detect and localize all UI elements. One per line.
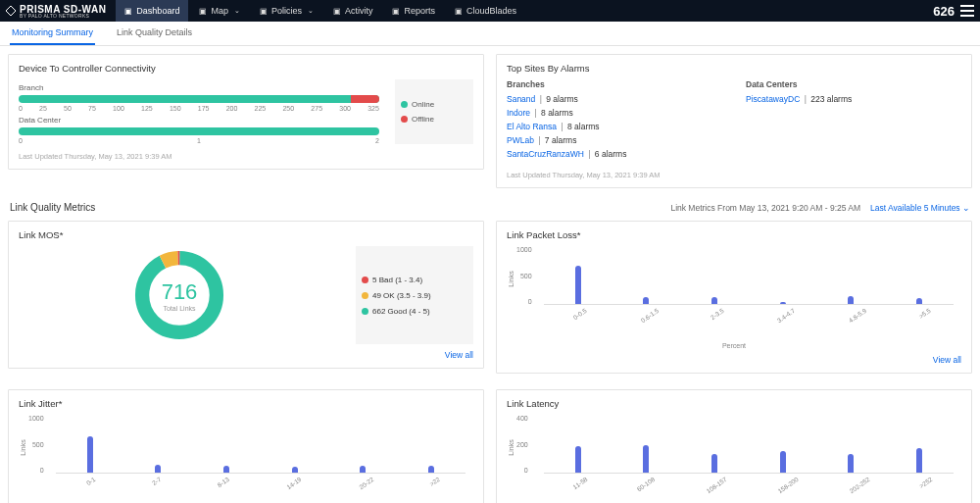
- nav-item-label: Policies: [271, 6, 302, 16]
- connectivity-bar: [19, 127, 379, 135]
- connectivity-bar: [19, 95, 379, 103]
- panel-packet-loss: Link Packet Loss* Links100050000-0.50.6-…: [496, 221, 972, 374]
- jitter-chart: Links100050000-12-78-1314-1920-22>22: [19, 415, 473, 493]
- top-sites-last-updated: Last Updated Thursday, May 13, 2021 9:39…: [507, 171, 961, 179]
- nav-item-label: Reports: [404, 6, 435, 16]
- nav-item-activity[interactable]: ▣Activity: [324, 0, 382, 22]
- subtab-monitoring-summary[interactable]: Monitoring Summary: [10, 22, 95, 45]
- top-nav-right: 626: [933, 4, 974, 19]
- bar: [575, 266, 581, 304]
- panel-packet-loss-title: Link Packet Loss*: [507, 229, 961, 240]
- header-count: 626: [933, 4, 955, 19]
- bar: [87, 436, 93, 473]
- reports-icon: ▣: [392, 7, 400, 16]
- connectivity-row-label: Branch: [19, 83, 379, 92]
- dashboard-icon: ▣: [124, 7, 132, 16]
- chevron-down-icon: ⌄: [234, 7, 240, 15]
- mos-legend-item: 5 Bad (1 - 3.4): [362, 276, 467, 284]
- branches-heading: Branches: [507, 79, 722, 89]
- connectivity-ticks: 0255075100125150175200225250275300325: [19, 105, 379, 112]
- map-icon: ▣: [199, 7, 207, 16]
- bar: [643, 297, 649, 304]
- alarm-site-link[interactable]: El Alto Ransa: [507, 122, 557, 131]
- panel-link-latency-title: Link Latency: [507, 398, 961, 409]
- alarm-count: 223 alarms: [810, 94, 852, 104]
- mos-legend-item: 662 Good (4 - 5): [362, 307, 467, 316]
- chevron-down-icon: ⌄: [962, 203, 970, 213]
- alarm-site-link[interactable]: PWLab: [507, 135, 534, 145]
- nav-item-label: CloudBlades: [466, 6, 516, 16]
- legend-dot-icon: [362, 292, 368, 299]
- nav-item-cloudblades[interactable]: ▣CloudBlades: [446, 0, 525, 22]
- bar: [360, 466, 366, 473]
- bars: [544, 415, 954, 474]
- subtab-link-quality-details[interactable]: Link Quality Details: [115, 22, 194, 45]
- mos-legend-label: 5 Bad (1 - 3.4): [372, 276, 422, 284]
- offline-dot-icon: [401, 116, 408, 123]
- separator: |: [802, 94, 808, 104]
- separator: |: [536, 135, 543, 145]
- alarm-row: Sanand | 9 alarms: [507, 94, 722, 104]
- link-quality-freshness[interactable]: Last Available 5 Minutes ⌄: [870, 203, 970, 213]
- subtabs: Monitoring SummaryLink Quality Details: [0, 22, 980, 46]
- separator: |: [537, 94, 544, 104]
- bars: [544, 246, 954, 305]
- bar: [711, 297, 717, 304]
- nav-item-map[interactable]: ▣Map⌄: [190, 0, 249, 22]
- alarm-row: PWLab | 7 alarms: [507, 135, 722, 145]
- datacenters-heading: Data Centers: [746, 79, 961, 89]
- alarm-site-link[interactable]: Indore: [507, 108, 530, 118]
- alarm-count: 8 alarms: [541, 108, 573, 118]
- legend-dot-icon: [362, 308, 368, 315]
- packet-loss-xlabel: Percent: [507, 342, 961, 349]
- alarm-count: 6 alarms: [595, 149, 627, 159]
- bar: [848, 454, 854, 474]
- mos-view-all-link[interactable]: View all: [19, 350, 473, 360]
- bar: [848, 296, 854, 304]
- nav-item-dashboard[interactable]: ▣Dashboard: [116, 0, 188, 22]
- brand[interactable]: PRISMA SD-WAN BY PALO ALTO NETWORKS: [6, 3, 114, 19]
- alarm-row: Indore | 8 alarms: [507, 108, 722, 118]
- alarm-site-link[interactable]: Sanand: [507, 94, 535, 104]
- panel-link-jitter-title: Link Jitter*: [19, 398, 473, 409]
- legend-offline: Offline: [412, 115, 434, 124]
- bar: [780, 302, 786, 304]
- alarm-row: El Alto Ransa | 8 alarms: [507, 122, 722, 131]
- packet-loss-view-all-link[interactable]: View all: [507, 355, 961, 365]
- alarm-row: PiscatawayDC | 223 alarms: [746, 94, 961, 104]
- bar: [916, 298, 922, 304]
- mos-legend-label: 662 Good (4 - 5): [372, 307, 430, 316]
- latency-chart: Links400200011-5860-108108-157158-200202…: [507, 415, 961, 493]
- top-nav: PRISMA SD-WAN BY PALO ALTO NETWORKS ▣Das…: [0, 0, 980, 22]
- panel-top-sites: Top Sites By Alarms Branches Sanand | 9 …: [496, 54, 972, 188]
- alarm-count: 9 alarms: [546, 94, 578, 104]
- menu-icon[interactable]: [960, 5, 974, 17]
- panel-connectivity-title: Device To Controller Connectivity: [19, 63, 473, 74]
- nav-item-policies[interactable]: ▣Policies⌄: [251, 0, 322, 22]
- alarm-site-link[interactable]: SantaCruzRanzaWH: [507, 149, 584, 159]
- packet-loss-chart: Links100050000-0.50.6-1.52-3.53.4-4.74.8…: [507, 246, 961, 325]
- alarm-count: 8 alarms: [567, 122, 600, 131]
- panel-link-jitter: Link Jitter* Links100050000-12-78-1314-1…: [8, 389, 484, 503]
- nav-item-label: Dashboard: [136, 6, 179, 16]
- panel-link-mos-title: Link MOS*: [19, 229, 473, 240]
- nav-item-label: Map: [211, 6, 228, 16]
- alarm-site-link[interactable]: PiscatawayDC: [746, 94, 800, 104]
- online-dot-icon: [401, 101, 408, 108]
- mos-legend: 5 Bad (1 - 3.4)49 OK (3.5 - 3.9)662 Good…: [356, 246, 473, 344]
- panel-link-latency: Link Latency Links400200011-5860-108108-…: [496, 389, 972, 503]
- link-quality-header: Link Quality Metrics Link Metrics From M…: [0, 196, 980, 213]
- bar: [575, 446, 581, 473]
- policies-icon: ▣: [260, 7, 268, 16]
- mos-donut-chart: 716 Total Links: [19, 246, 340, 344]
- nav-item-reports[interactable]: ▣Reports: [383, 0, 444, 22]
- connectivity-ticks: 012: [19, 137, 379, 144]
- mos-total-label: Total Links: [162, 305, 198, 312]
- activity-icon: ▣: [333, 7, 341, 16]
- bar: [780, 451, 786, 474]
- bar: [155, 465, 161, 473]
- legend-online: Online: [412, 100, 434, 109]
- mos-total: 716: [162, 279, 198, 305]
- bars: [56, 415, 466, 474]
- separator: |: [559, 122, 565, 131]
